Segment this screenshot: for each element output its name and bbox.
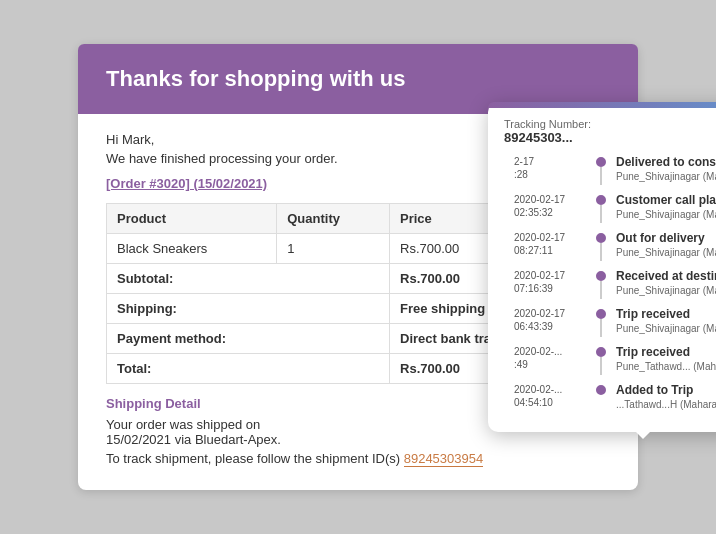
subtotal-label: Subtotal: (107, 264, 390, 294)
timeline-line (600, 243, 602, 261)
timeline-location: Pune_Tathawd... (Mahara... (616, 361, 716, 372)
timeline-line (600, 319, 602, 337)
product-name: Black Sneakers (107, 234, 277, 264)
timeline-location: Pune_Shivajinagar (Maharashtra) (616, 247, 716, 258)
timeline-location: Pune_Shivajinagar (Maharashtra) (616, 209, 716, 220)
timeline-line (600, 357, 602, 375)
timeline-date: 2020-02-17 06:43:39 (514, 307, 594, 333)
timeline-dot (596, 195, 606, 205)
timeline-content: Trip receivedPune_Tathawd... (Mahara... (608, 345, 716, 372)
timeline-content: Added to Trip...Tathawd...H (Maharashtra… (608, 383, 716, 410)
timeline-line (600, 167, 602, 185)
timeline-dot (596, 309, 606, 319)
popup-header: Tracking Number: 89245303... Order: #302… (504, 118, 716, 145)
shipping-label: Shipping: (107, 294, 390, 324)
tracking-item: 2020-02-... :49Trip receivedPune_Tathawd… (514, 345, 716, 375)
timeline-dot-area (594, 345, 608, 375)
timeline-event-name: Trip received (616, 307, 716, 323)
timeline-content: Received at destination cityPune_Shivaji… (608, 269, 716, 296)
tracking-popup: Tracking Number: 89245303... Order: #302… (488, 102, 716, 432)
tracking-item: 2020-02-17 08:27:11Out for deliveryPune_… (514, 231, 716, 261)
timeline-date: 2020-02-17 02:35:32 (514, 193, 594, 219)
tracking-item: 2020-02-... 04:54:10Added to Trip...Tath… (514, 383, 716, 410)
tracking-id-link[interactable]: 89245303954 (404, 451, 484, 467)
timeline-content: Trip receivedPune_Shivajinagar (Maharash… (608, 307, 716, 334)
timeline-event-name: Trip received (616, 345, 716, 361)
timeline-event-name: Delivered to consign... (616, 155, 716, 171)
tracking-timeline: 2-17 :28Delivered to consign...Pune_Shiv… (504, 155, 716, 410)
timeline-dot (596, 271, 606, 281)
timeline-content: Delivered to consign...Pune_Shivajinagar… (608, 155, 716, 182)
timeline-location: Pune_Shivajinagar (Maharashtra) (616, 285, 716, 296)
popup-tracking-number: Tracking Number: 89245303... (504, 118, 591, 145)
timeline-date: 2020-02-17 08:27:11 (514, 231, 594, 257)
timeline-dot (596, 157, 606, 167)
tracking-number-label: Tracking Number: (504, 118, 591, 130)
timeline-dot-area (594, 155, 608, 185)
tracking-item: 2020-02-17 07:16:39Received at destinati… (514, 269, 716, 299)
timeline-event-name: Added to Trip (616, 383, 716, 399)
timeline-location: ...Tathawd...H (Maharashtra) (616, 399, 716, 410)
popup-top-bar (488, 102, 716, 108)
timeline-dot-area (594, 231, 608, 261)
timeline-date: 2020-02-17 07:16:39 (514, 269, 594, 295)
timeline-location: Pune_Shivajinagar (Mahara... (616, 171, 716, 182)
timeline-dot (596, 385, 606, 395)
timeline-content: Out for deliveryPune_Shivajinagar (Mahar… (608, 231, 716, 258)
timeline-dot (596, 347, 606, 357)
tracking-number-value: 89245303... (504, 130, 573, 145)
timeline-line (600, 205, 602, 223)
timeline-dot (596, 233, 606, 243)
col-quantity: Quantity (277, 204, 390, 234)
timeline-dot-area (594, 383, 608, 395)
timeline-dot-area (594, 193, 608, 223)
timeline-event-name: Customer call placed (616, 193, 716, 209)
timeline-dot-area (594, 269, 608, 299)
timeline-event-name: Received at destination city (616, 269, 716, 285)
total-label: Total: (107, 354, 390, 384)
timeline-date: 2020-02-... 04:54:10 (514, 383, 594, 409)
page-wrapper: Thanks for shopping with us Hi Mark, We … (0, 0, 716, 534)
product-qty: 1 (277, 234, 390, 264)
payment-label: Payment method: (107, 324, 390, 354)
timeline-line (600, 281, 602, 299)
email-title: Thanks for shopping with us (106, 66, 610, 92)
col-product: Product (107, 204, 277, 234)
email-card: Thanks for shopping with us Hi Mark, We … (78, 44, 638, 490)
tracking-item: 2-17 :28Delivered to consign...Pune_Shiv… (514, 155, 716, 185)
tracking-item: 2020-02-17 06:43:39Trip receivedPune_Shi… (514, 307, 716, 337)
timeline-dot-area (594, 307, 608, 337)
timeline-location: Pune_Shivajinagar (Maharashtra... (616, 323, 716, 334)
shipping-text-2: To track shipment, please follow the shi… (106, 451, 610, 466)
timeline-date: 2020-02-... :49 (514, 345, 594, 371)
timeline-content: Customer call placedPune_Shivajinagar (M… (608, 193, 716, 220)
timeline-event-name: Out for delivery (616, 231, 716, 247)
tracking-item: 2020-02-17 02:35:32Customer call placedP… (514, 193, 716, 223)
timeline-date: 2-17 :28 (514, 155, 594, 181)
